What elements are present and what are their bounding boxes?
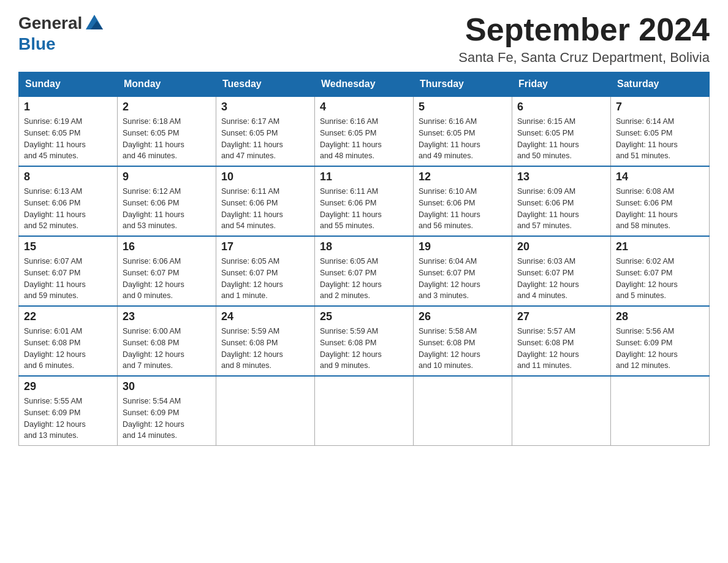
day-number: 19 (419, 240, 507, 253)
day-info: Sunrise: 6:00 AM Sunset: 6:08 PM Dayligh… (123, 326, 211, 372)
calendar-day-12: 12Sunrise: 6:10 AM Sunset: 6:06 PM Dayli… (414, 166, 512, 236)
calendar-header-tuesday: Tuesday (216, 72, 315, 97)
calendar-day-30: 30Sunrise: 5:54 AM Sunset: 6:09 PM Dayli… (118, 376, 216, 446)
day-number: 25 (320, 310, 408, 323)
day-number: 17 (221, 240, 309, 253)
calendar-week-2: 8Sunrise: 6:13 AM Sunset: 6:06 PM Daylig… (19, 166, 710, 236)
calendar-day-8: 8Sunrise: 6:13 AM Sunset: 6:06 PM Daylig… (19, 166, 118, 236)
day-info: Sunrise: 5:59 AM Sunset: 6:08 PM Dayligh… (221, 326, 309, 372)
day-number: 2 (123, 101, 211, 113)
day-info: Sunrise: 6:09 AM Sunset: 6:06 PM Dayligh… (517, 186, 605, 232)
location-title: Santa Fe, Santa Cruz Department, Bolivia (458, 50, 710, 66)
day-info: Sunrise: 6:19 AM Sunset: 6:05 PM Dayligh… (24, 116, 112, 162)
day-info: Sunrise: 5:57 AM Sunset: 6:08 PM Dayligh… (517, 326, 605, 372)
day-number: 12 (419, 170, 507, 183)
day-info: Sunrise: 6:06 AM Sunset: 6:07 PM Dayligh… (123, 256, 211, 302)
day-info: Sunrise: 6:03 AM Sunset: 6:07 PM Dayligh… (517, 256, 605, 302)
day-info: Sunrise: 6:13 AM Sunset: 6:06 PM Dayligh… (24, 186, 112, 232)
calendar-day-26: 26Sunrise: 5:58 AM Sunset: 6:08 PM Dayli… (414, 306, 512, 376)
day-number: 14 (616, 170, 704, 183)
page-header: General Blue September 2024 Santa Fe, Sa… (18, 12, 710, 66)
logo: General Blue (18, 12, 107, 54)
calendar-day-13: 13Sunrise: 6:09 AM Sunset: 6:06 PM Dayli… (512, 166, 611, 236)
day-number: 8 (24, 170, 112, 183)
day-info: Sunrise: 6:16 AM Sunset: 6:05 PM Dayligh… (320, 116, 408, 162)
day-info: Sunrise: 6:08 AM Sunset: 6:06 PM Dayligh… (616, 186, 704, 232)
calendar-day-20: 20Sunrise: 6:03 AM Sunset: 6:07 PM Dayli… (512, 236, 611, 306)
logo-general-text: General (18, 13, 82, 33)
calendar-day-19: 19Sunrise: 6:04 AM Sunset: 6:07 PM Dayli… (414, 236, 512, 306)
day-info: Sunrise: 6:01 AM Sunset: 6:08 PM Dayligh… (24, 326, 112, 372)
day-number: 5 (419, 101, 507, 113)
day-number: 28 (616, 310, 704, 323)
day-number: 27 (517, 310, 605, 323)
calendar-header-sunday: Sunday (19, 72, 118, 97)
calendar-day-27: 27Sunrise: 5:57 AM Sunset: 6:08 PM Dayli… (512, 306, 611, 376)
calendar-week-3: 15Sunrise: 6:07 AM Sunset: 6:07 PM Dayli… (19, 236, 710, 306)
calendar-empty (512, 376, 611, 446)
day-number: 29 (24, 380, 112, 393)
calendar-day-25: 25Sunrise: 5:59 AM Sunset: 6:08 PM Dayli… (315, 306, 414, 376)
day-info: Sunrise: 6:10 AM Sunset: 6:06 PM Dayligh… (419, 186, 507, 232)
day-info: Sunrise: 5:59 AM Sunset: 6:08 PM Dayligh… (320, 326, 408, 372)
logo-blue-text: Blue (18, 34, 56, 53)
calendar-header-thursday: Thursday (414, 72, 512, 97)
day-number: 20 (517, 240, 605, 253)
calendar-day-28: 28Sunrise: 5:56 AM Sunset: 6:09 PM Dayli… (611, 306, 710, 376)
calendar-day-9: 9Sunrise: 6:12 AM Sunset: 6:06 PM Daylig… (118, 166, 216, 236)
day-number: 23 (123, 310, 211, 323)
day-info: Sunrise: 6:11 AM Sunset: 6:06 PM Dayligh… (320, 186, 408, 232)
title-block: September 2024 Santa Fe, Santa Cruz Depa… (458, 12, 710, 66)
calendar-week-5: 29Sunrise: 5:55 AM Sunset: 6:09 PM Dayli… (19, 376, 710, 446)
calendar-header-friday: Friday (512, 72, 611, 97)
day-info: Sunrise: 6:07 AM Sunset: 6:07 PM Dayligh… (24, 256, 112, 302)
day-number: 15 (24, 240, 112, 253)
calendar-day-10: 10Sunrise: 6:11 AM Sunset: 6:06 PM Dayli… (216, 166, 315, 236)
day-info: Sunrise: 5:56 AM Sunset: 6:09 PM Dayligh… (616, 326, 704, 372)
calendar-week-4: 22Sunrise: 6:01 AM Sunset: 6:08 PM Dayli… (19, 306, 710, 376)
day-number: 3 (221, 101, 309, 113)
day-info: Sunrise: 5:54 AM Sunset: 6:09 PM Dayligh… (123, 396, 211, 442)
calendar-day-17: 17Sunrise: 6:05 AM Sunset: 6:07 PM Dayli… (216, 236, 315, 306)
month-title: September 2024 (458, 12, 710, 47)
calendar-day-14: 14Sunrise: 6:08 AM Sunset: 6:06 PM Dayli… (611, 166, 710, 236)
calendar-header-wednesday: Wednesday (315, 72, 414, 97)
calendar-empty (216, 376, 315, 446)
day-number: 1 (24, 101, 112, 113)
calendar-week-1: 1Sunrise: 6:19 AM Sunset: 6:05 PM Daylig… (19, 96, 710, 166)
day-info: Sunrise: 6:14 AM Sunset: 6:05 PM Dayligh… (616, 116, 704, 162)
calendar-day-29: 29Sunrise: 5:55 AM Sunset: 6:09 PM Dayli… (19, 376, 118, 446)
day-info: Sunrise: 6:18 AM Sunset: 6:05 PM Dayligh… (123, 116, 211, 162)
day-number: 4 (320, 101, 408, 113)
calendar-empty (414, 376, 512, 446)
day-number: 9 (123, 170, 211, 183)
day-info: Sunrise: 5:58 AM Sunset: 6:08 PM Dayligh… (419, 326, 507, 372)
day-number: 7 (616, 101, 704, 113)
calendar-header-row: SundayMondayTuesdayWednesdayThursdayFrid… (19, 72, 710, 97)
calendar-day-6: 6Sunrise: 6:15 AM Sunset: 6:05 PM Daylig… (512, 96, 611, 166)
calendar-header-saturday: Saturday (611, 72, 710, 97)
day-number: 11 (320, 170, 408, 183)
day-number: 30 (123, 380, 211, 393)
day-info: Sunrise: 6:16 AM Sunset: 6:05 PM Dayligh… (419, 116, 507, 162)
calendar-day-23: 23Sunrise: 6:00 AM Sunset: 6:08 PM Dayli… (118, 306, 216, 376)
day-number: 13 (517, 170, 605, 183)
day-number: 10 (221, 170, 309, 183)
day-info: Sunrise: 6:12 AM Sunset: 6:06 PM Dayligh… (123, 186, 211, 232)
day-info: Sunrise: 6:05 AM Sunset: 6:07 PM Dayligh… (221, 256, 309, 302)
calendar-empty (315, 376, 414, 446)
day-number: 18 (320, 240, 408, 253)
day-number: 26 (419, 310, 507, 323)
calendar-day-1: 1Sunrise: 6:19 AM Sunset: 6:05 PM Daylig… (19, 96, 118, 166)
day-info: Sunrise: 6:15 AM Sunset: 6:05 PM Dayligh… (517, 116, 605, 162)
calendar-day-11: 11Sunrise: 6:11 AM Sunset: 6:06 PM Dayli… (315, 166, 414, 236)
day-number: 6 (517, 101, 605, 113)
calendar-table: SundayMondayTuesdayWednesdayThursdayFrid… (18, 72, 710, 446)
calendar-empty (611, 376, 710, 446)
calendar-day-22: 22Sunrise: 6:01 AM Sunset: 6:08 PM Dayli… (19, 306, 118, 376)
logo-icon (83, 12, 105, 34)
day-number: 16 (123, 240, 211, 253)
day-info: Sunrise: 6:17 AM Sunset: 6:05 PM Dayligh… (221, 116, 309, 162)
calendar-day-4: 4Sunrise: 6:16 AM Sunset: 6:05 PM Daylig… (315, 96, 414, 166)
calendar-day-5: 5Sunrise: 6:16 AM Sunset: 6:05 PM Daylig… (414, 96, 512, 166)
